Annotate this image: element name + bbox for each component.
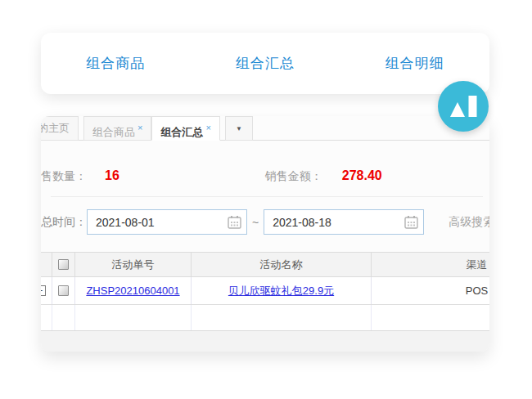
date-to-input[interactable] — [264, 209, 424, 235]
activity-name-link[interactable]: 贝儿欣驱蚊礼包29.9元 — [228, 285, 334, 297]
channel-header: 渠道 — [372, 253, 490, 277]
summary-row: 销售数量： 16 销售金额： 278.40 — [41, 141, 489, 186]
caret-down-icon: ▼ — [236, 125, 242, 132]
nav-link-combo-product[interactable]: 组合商品 — [41, 54, 191, 73]
floating-assistant-button[interactable] — [438, 81, 489, 132]
summary-table: 活动单号 活动名称 渠道 + ZHSP20210604001 贝儿欣驱蚊礼包29… — [41, 252, 489, 331]
calendar-icon[interactable] — [228, 215, 241, 229]
ai-logo-icon — [449, 94, 478, 119]
tab-home-label: 我的主页 — [41, 122, 70, 134]
sales-quantity-value: 16 — [105, 168, 119, 183]
calendar-icon[interactable] — [404, 215, 418, 229]
tab-combo-product[interactable]: 组合商品× — [83, 116, 151, 141]
table-row: + ZHSP20210604001 贝儿欣驱蚊礼包29.9元 POS — [41, 277, 489, 305]
tab-combo-product-label: 组合商品 — [92, 126, 135, 138]
table-header-row: 活动单号 活动名称 渠道 — [41, 253, 489, 277]
advanced-search-link[interactable]: 高级搜索 — [449, 215, 489, 230]
activity-name-header: 活动名称 — [192, 253, 372, 277]
filter-row: 汇总时间： ~ — [41, 208, 489, 235]
nav-link-combo-summary[interactable]: 组合汇总 — [191, 54, 340, 73]
tab-combo-summary[interactable]: 组合汇总× — [151, 116, 219, 141]
row-select-cell — [52, 277, 75, 305]
order-no-link[interactable]: ZHSP20210604001 — [86, 285, 179, 297]
quick-nav-card: 组合商品 组合汇总 组合明细 — [41, 33, 489, 94]
divider — [51, 196, 483, 197]
date-from-input[interactable] — [87, 209, 247, 235]
close-icon[interactable]: × — [205, 123, 210, 132]
channel-cell: POS — [372, 277, 490, 305]
order-no-header: 活动单号 — [75, 253, 192, 277]
close-icon[interactable]: × — [138, 123, 142, 132]
select-all-header-cell — [52, 253, 75, 277]
range-separator: ~ — [252, 216, 259, 229]
expander-cell: + — [41, 277, 52, 305]
tab-combo-summary-label: 组合汇总 — [160, 126, 203, 138]
summary-time-label: 汇总时间： — [41, 215, 87, 230]
combo-summary-panel: 我的主页 组合商品× 组合汇总× ▼ 销售数量： 16 销售金额： 278.40… — [41, 116, 489, 352]
tab-list-dropdown[interactable]: ▼ — [225, 116, 253, 141]
expander-header-cell — [41, 253, 52, 277]
tab-home[interactable]: 我的主页 — [41, 116, 79, 141]
select-all-checkbox[interactable] — [58, 259, 69, 270]
activity-name-cell: 贝儿欣驱蚊礼包29.9元 — [192, 277, 372, 305]
sales-quantity-label: 销售数量： — [41, 169, 87, 184]
table-empty-row — [41, 305, 489, 331]
order-no-cell: ZHSP20210604001 — [75, 277, 192, 305]
nav-link-combo-detail[interactable]: 组合明细 — [340, 54, 489, 73]
expand-row-icon[interactable]: + — [41, 285, 46, 296]
table-footer — [41, 331, 489, 352]
row-checkbox[interactable] — [58, 285, 69, 296]
tab-bar: 我的主页 组合商品× 组合汇总× ▼ — [41, 116, 489, 141]
sales-amount-label: 销售金额： — [265, 169, 322, 184]
sales-amount-value: 278.40 — [342, 168, 382, 183]
